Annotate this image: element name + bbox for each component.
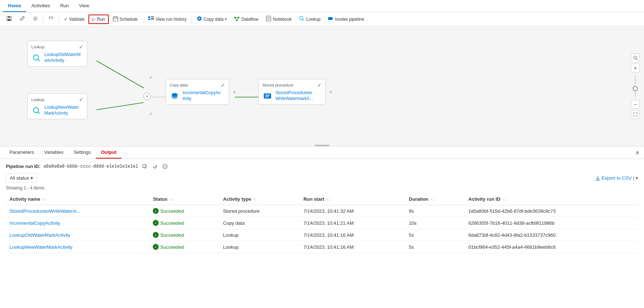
svg-text:✓: ✓ (149, 112, 152, 116)
cell-run-start: 7/14/2023, 10:41:21 AM (300, 217, 405, 229)
copydata-type: Copy data (170, 83, 188, 87)
svg-marker-27 (332, 17, 333, 20)
col-run-start: Run start ↑↓ (300, 193, 405, 205)
storedproc-node[interactable]: Stored procedure ✓ StoredProceduretoWrit… (258, 79, 326, 105)
cell-duration: 10s (405, 217, 465, 229)
lookup1-node[interactable]: Lookup ✓ LookupOldWaterMarkActivity (27, 41, 87, 67)
activity-name-link[interactable]: LookupNewWaterMarkActivity (9, 244, 72, 250)
notebook-button[interactable]: Notebook (262, 14, 295, 24)
zoom-search-icon[interactable] (631, 53, 640, 62)
svg-point-38 (33, 108, 39, 113)
activity-name-link[interactable]: IncrementalCopyActivity (9, 220, 60, 226)
svg-point-16 (236, 20, 238, 21)
svg-rect-26 (328, 17, 332, 20)
notebook-icon (266, 16, 271, 23)
output-section: Pipeline run ID: a0a0a0a0-bbbb-cccc-dddd… (0, 159, 644, 257)
checkmark-icon: ✓ (64, 16, 68, 22)
settings-button[interactable] (29, 14, 41, 24)
svg-point-36 (33, 55, 39, 60)
svg-line-17 (235, 18, 237, 20)
sort-icon-run-id[interactable]: ↑↓ (502, 197, 506, 201)
svg-line-37 (38, 59, 40, 61)
status-filter-arrow: ▾ (31, 175, 33, 181)
storedproc-icon (262, 91, 273, 101)
run-history-icon (148, 16, 154, 23)
dataflow-label: Dataflow (241, 17, 258, 22)
panel-collapse-button[interactable]: ∧ (635, 149, 640, 156)
sort-icon-run-start[interactable]: ↑↓ (326, 197, 330, 201)
view-run-history-button[interactable]: View run history (144, 14, 190, 24)
lookup1-icon (31, 53, 41, 63)
col-activity-type: Activity type ↑↓ (219, 193, 300, 205)
svg-rect-1 (8, 16, 10, 18)
cell-duration: 5s (405, 241, 465, 253)
panel-tab-settings[interactable]: Settings (68, 147, 96, 159)
zoom-controls: + − (631, 53, 640, 119)
plus-connector[interactable]: + (143, 93, 151, 100)
lookup1-label: LookupOldWaterMarkActivity (44, 52, 81, 63)
dataflow-button[interactable]: Dataflow (231, 14, 262, 24)
zoom-slider[interactable] (635, 75, 636, 97)
lookup-button[interactable]: Lookup (295, 14, 323, 24)
status-badge: ✓ Succeeded (153, 244, 216, 250)
schedule-button[interactable]: Schedule (110, 14, 141, 24)
save-button[interactable] (3, 14, 15, 24)
panel-tabs-row: Parameters Variables Settings Output ∧ (0, 147, 644, 159)
info-icon[interactable] (161, 163, 168, 170)
invoke-pipeline-button[interactable]: Invoke pipeline (325, 14, 367, 24)
cell-run-start: 7/14/2023, 10:41:16 AM (300, 229, 405, 241)
nav-tab-view[interactable]: View (74, 0, 94, 12)
panel-tab-output[interactable]: Output (96, 147, 122, 159)
copy-data-button[interactable]: Copy data ▾ (193, 14, 230, 24)
divider-3 (143, 15, 143, 24)
zoom-out-button[interactable]: − (631, 100, 640, 109)
svg-point-24 (300, 17, 303, 20)
play-icon: ▷ (92, 17, 95, 22)
activity-name-link[interactable]: StoredProceduretoWriteWaterm... (9, 208, 80, 214)
zoom-in-button[interactable]: + (631, 64, 640, 72)
cell-run-start: 7/14/2023, 10:41:16 AM (300, 241, 405, 253)
svg-rect-11 (151, 18, 154, 19)
cell-activity-type: Lookup (219, 229, 300, 241)
panel-tab-variables[interactable]: Variables (39, 147, 68, 159)
lookup-label: Lookup (306, 17, 320, 22)
sort-icon-status[interactable]: ↑↓ (170, 197, 173, 201)
col-duration: Duration ↑↓ (405, 193, 465, 205)
svg-line-46 (636, 59, 637, 60)
activity-name-link[interactable]: LookupOldWaterMarkActivity (9, 232, 70, 238)
status-text: Succeeded (160, 220, 184, 226)
pipeline-run-id-row: Pipeline run ID: a0a0a0a0-bbbb-cccc-dddd… (6, 163, 638, 170)
panel-tab-parameters[interactable]: Parameters (4, 147, 39, 159)
copy-data-dropdown-icon: ▾ (225, 17, 227, 21)
storedproc-body: StoredProceduretoWriteWatermarkA... (262, 90, 322, 101)
lookup-icon (299, 16, 305, 23)
sort-icon-duration[interactable]: ↑↓ (430, 197, 434, 201)
pipeline-canvas-area[interactable]: ✓ ✓ ✓ ✓ Lookup ✓ LookupOldWaterMarkActiv… (0, 26, 644, 146)
svg-point-51 (165, 165, 165, 165)
validate-button[interactable]: ✓ Validate (60, 15, 88, 24)
sort-icon-activity[interactable]: ↑↓ (42, 197, 46, 201)
copydata-header: Copy data ✓ (170, 82, 225, 88)
undo-button[interactable] (45, 14, 57, 24)
copy-id-icon[interactable] (141, 163, 148, 170)
nav-tab-run[interactable]: Run (55, 0, 74, 12)
fullscreen-button[interactable] (631, 110, 640, 119)
sort-icon-type[interactable]: ↑↓ (253, 197, 257, 201)
copy-data-icon (196, 16, 202, 23)
cell-run-id: 6266355f-7b16-4011-9d38-acfb9f11986b (465, 217, 638, 229)
panel-divider[interactable] (315, 145, 329, 146)
lookup2-node[interactable]: Lookup ✓ LookupNewWaterMarkActivity (27, 93, 87, 119)
nav-tab-home[interactable]: Home (3, 0, 26, 12)
nav-tab-activities[interactable]: Activities (26, 0, 55, 12)
export-to-csv-button[interactable]: Export to CSV | ▾ (595, 175, 638, 181)
status-filter-dropdown[interactable]: All status ▾ (6, 173, 37, 183)
nav-tabs: Home Activities Run View (0, 0, 644, 12)
status-filter-label: All status (10, 175, 29, 181)
copydata-node[interactable]: Copy data ✓ IncrementalCopyActivity (166, 79, 229, 105)
edit-button[interactable] (16, 14, 28, 24)
refresh-icon[interactable] (151, 163, 158, 170)
copydata-icon (170, 91, 180, 101)
copydata-check: ✓ (221, 82, 225, 88)
svg-rect-10 (151, 16, 154, 17)
run-button[interactable]: ▷ Run (88, 15, 108, 24)
